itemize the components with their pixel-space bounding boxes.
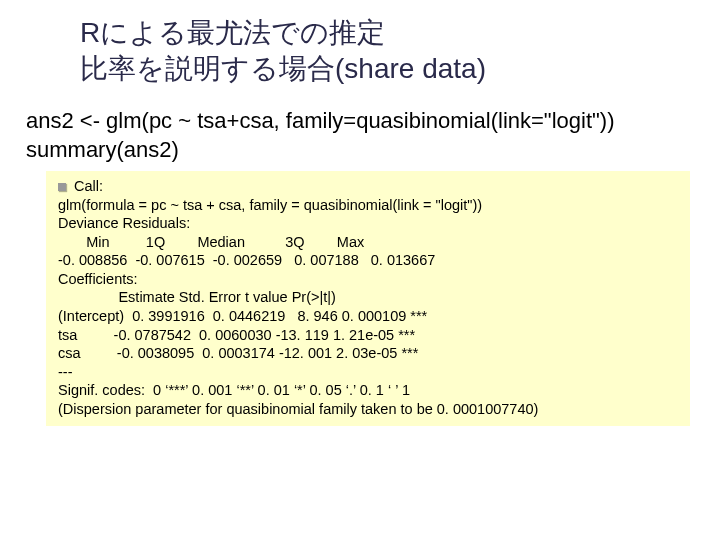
r-output-text: Call: xyxy=(74,178,103,194)
code-line-2: summary(ans2) xyxy=(26,137,179,162)
slide-title: Rによる最尤法での推定 比率を説明する場合(share data) xyxy=(80,15,700,88)
bullet-icon xyxy=(58,183,66,191)
title-line-1: Rによる最尤法での推定 xyxy=(80,17,385,48)
title-line-2: 比率を説明する場合(share data) xyxy=(80,53,486,84)
code-block: ans2 <- glm(pc ~ tsa+csa, family=quasibi… xyxy=(26,106,700,165)
code-line-1: ans2 <- glm(pc ~ tsa+csa, family=quasibi… xyxy=(26,108,614,133)
r-output-box: Call: glm(formula = pc ~ tsa + csa, fami… xyxy=(46,171,690,426)
